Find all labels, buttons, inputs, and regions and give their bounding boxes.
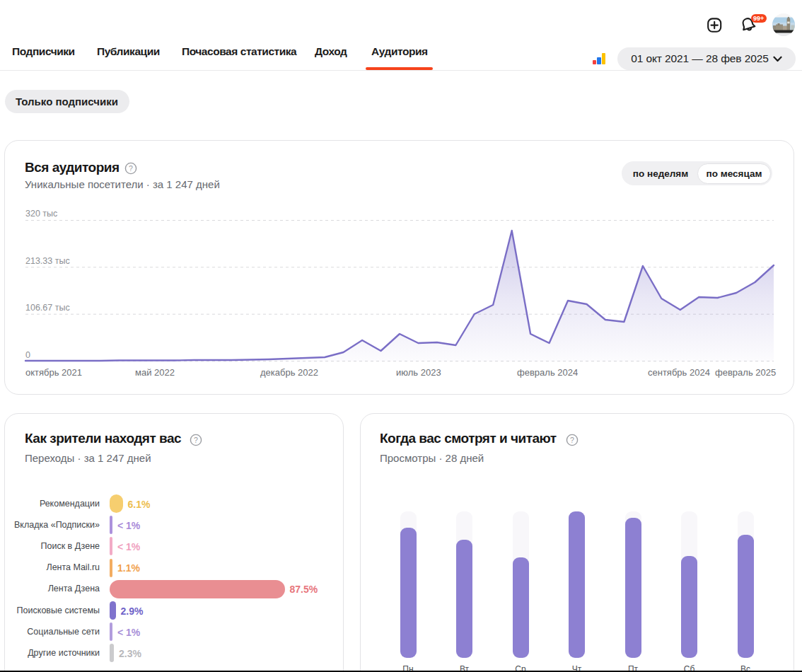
svg-text:?: ? (194, 436, 198, 444)
svg-text:?: ? (570, 436, 574, 444)
